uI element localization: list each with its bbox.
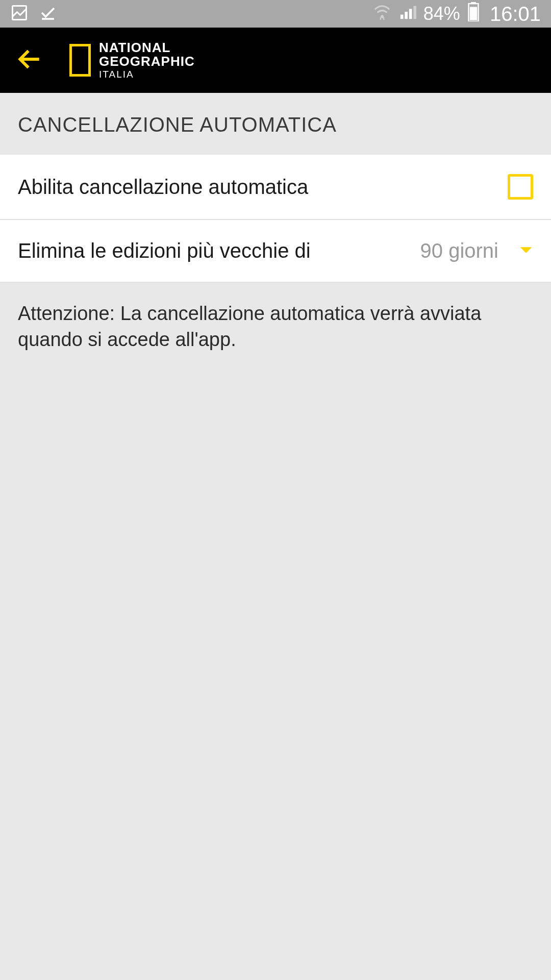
setting-enable-label: Abilita cancellazione automatica — [18, 176, 508, 199]
image-icon — [10, 4, 29, 24]
app-bar: NATIONAL GEOGRAPHIC ITALIA — [0, 28, 551, 93]
enable-checkbox[interactable] — [508, 174, 533, 200]
logo-rectangle-icon — [69, 44, 91, 77]
back-arrow-icon[interactable] — [15, 45, 44, 76]
status-bar: 84% 16:01 — [0, 0, 551, 28]
logo-brand-line1: NATIONAL — [99, 41, 195, 55]
svg-rect-0 — [13, 6, 27, 20]
delete-older-value: 90 giorni — [420, 239, 498, 262]
section-title: CANCELLAZIONE AUTOMATICA — [0, 93, 551, 155]
setting-delete-older-label: Elimina le edizioni più vecchie di — [18, 239, 420, 262]
svg-rect-3 — [409, 9, 412, 19]
checkmark-icon — [39, 4, 57, 24]
signal-icon — [399, 3, 416, 25]
dropdown-arrow-icon[interactable] — [519, 246, 533, 256]
setting-enable-auto-delete[interactable]: Abilita cancellazione automatica — [0, 155, 551, 220]
wifi-icon — [372, 2, 392, 26]
setting-delete-older-than[interactable]: Elimina le edizioni più vecchie di 90 gi… — [0, 220, 551, 283]
status-right: 84% 16:01 — [372, 2, 541, 26]
app-logo: NATIONAL GEOGRAPHIC ITALIA — [69, 41, 195, 80]
battery-percent: 84% — [423, 3, 460, 24]
svg-rect-1 — [400, 14, 404, 18]
logo-brand-sub: ITALIA — [99, 69, 195, 80]
svg-rect-4 — [413, 6, 416, 18]
svg-rect-2 — [405, 12, 408, 19]
battery-icon — [467, 2, 480, 26]
status-left-icons — [10, 4, 57, 24]
logo-text: NATIONAL GEOGRAPHIC ITALIA — [99, 41, 195, 80]
svg-rect-7 — [470, 7, 477, 20]
clock-time: 16:01 — [490, 3, 541, 26]
logo-brand-line2: GEOGRAPHIC — [99, 55, 195, 68]
warning-message: Attenzione: La cancellazione automatica … — [0, 283, 551, 371]
